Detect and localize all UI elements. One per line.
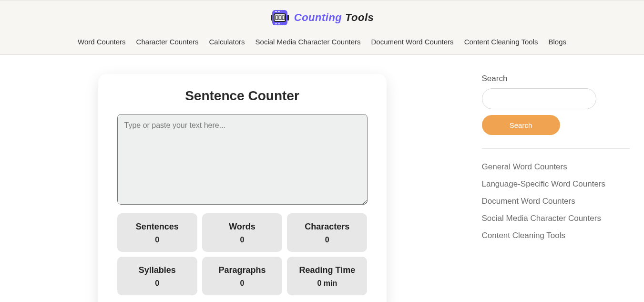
logo-tools: Tools xyxy=(342,11,374,23)
nav-calculators[interactable]: Calculators xyxy=(209,38,245,46)
main-column: Sentence Counter Sentences 0 Words 0 Cha… xyxy=(0,74,482,302)
stat-value: 0 xyxy=(206,236,278,244)
sidebar-links: General Word Counters Language-Specific … xyxy=(482,162,630,240)
stat-value: 0 xyxy=(121,279,194,288)
sidebar-link-content-cleaning-tools[interactable]: Content Cleaning Tools xyxy=(482,231,630,240)
stat-value: 0 xyxy=(121,236,194,244)
stats-grid: Sentences 0 Words 0 Characters 0 Syllabl… xyxy=(117,213,368,295)
text-input[interactable] xyxy=(117,114,368,205)
nav-blogs[interactable]: Blogs xyxy=(548,38,566,46)
stat-words: Words 0 xyxy=(202,213,282,252)
logo-counting: Counting xyxy=(294,11,342,23)
stat-label: Characters xyxy=(291,222,363,232)
stat-value: 0 xyxy=(206,279,278,288)
search-button[interactable]: Search xyxy=(482,115,560,135)
nav-word-counters[interactable]: Word Counters xyxy=(78,38,126,46)
nav-social-media-character-counters[interactable]: Social Media Character Counters xyxy=(256,38,361,46)
sidebar-link-social-media-character-counters[interactable]: Social Media Character Counters xyxy=(482,214,630,223)
nav-content-cleaning-tools[interactable]: Content Cleaning Tools xyxy=(464,38,538,46)
divider xyxy=(482,148,630,149)
sidebar-link-general-word-counters[interactable]: General Word Counters xyxy=(482,162,630,172)
stat-label: Words xyxy=(206,222,278,232)
search-section: Search Search xyxy=(482,74,630,135)
nav-character-counters[interactable]: Character Counters xyxy=(136,38,199,46)
logo[interactable]: Counting Tools xyxy=(0,9,644,26)
stat-label: Syllables xyxy=(121,265,194,275)
header: Counting Tools Word Counters Character C… xyxy=(0,0,644,55)
stat-syllables: Syllables 0 xyxy=(117,257,197,295)
page-title: Sentence Counter xyxy=(117,88,368,104)
sidebar-link-document-word-counters[interactable]: Document Word Counters xyxy=(482,197,630,206)
main-nav: Word Counters Character Counters Calcula… xyxy=(0,26,644,54)
svg-rect-2 xyxy=(276,16,278,20)
stat-reading-time: Reading Time 0 min xyxy=(287,257,367,295)
sidebar: Search Search General Word Counters Lang… xyxy=(482,74,644,302)
stat-paragraphs: Paragraphs 0 xyxy=(202,257,282,295)
stat-characters: Characters 0 xyxy=(287,213,367,252)
svg-rect-3 xyxy=(279,16,281,20)
stat-label: Reading Time xyxy=(291,265,363,275)
sidebar-link-language-specific-word-counters[interactable]: Language-Specific Word Counters xyxy=(482,179,630,189)
counter-logo-icon xyxy=(270,9,289,26)
search-label: Search xyxy=(482,74,630,83)
nav-document-word-counters[interactable]: Document Word Counters xyxy=(371,38,453,46)
logo-text: Counting Tools xyxy=(294,11,374,24)
stat-label: Paragraphs xyxy=(206,265,278,275)
svg-rect-6 xyxy=(287,15,289,21)
stat-value: 0 min xyxy=(291,279,363,288)
page-container: Sentence Counter Sentences 0 Words 0 Cha… xyxy=(0,55,644,302)
svg-rect-4 xyxy=(282,16,285,20)
svg-rect-5 xyxy=(271,15,272,21)
stat-value: 0 xyxy=(291,236,363,244)
stat-sentences: Sentences 0 xyxy=(117,213,197,252)
counter-card: Sentence Counter Sentences 0 Words 0 Cha… xyxy=(98,74,387,302)
stat-label: Sentences xyxy=(121,222,194,232)
search-input[interactable] xyxy=(482,88,596,109)
